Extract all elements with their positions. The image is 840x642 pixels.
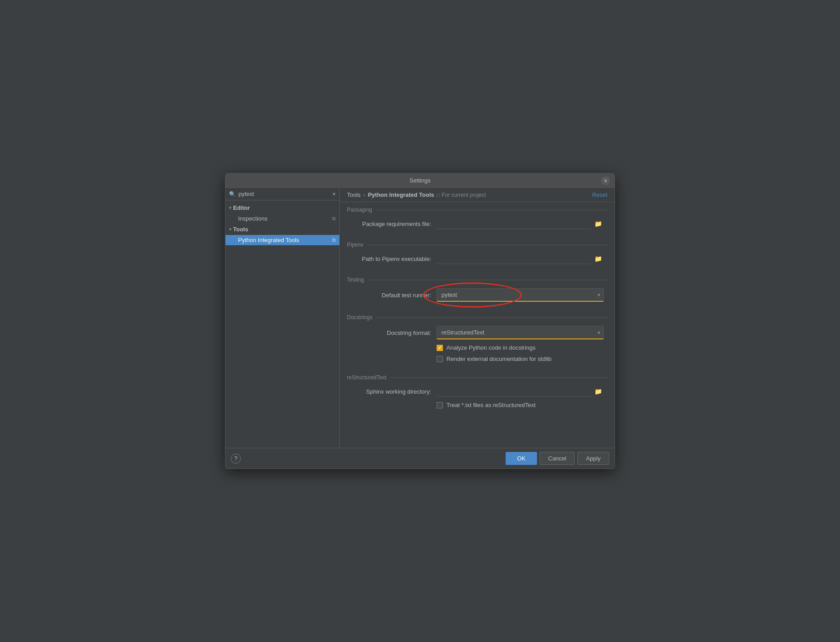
treat-txt-files-row: Treat *.txt files as reStructuredText: [347, 399, 607, 411]
cancel-button[interactable]: Cancel: [540, 452, 575, 465]
breadcrumb-root: Tools: [347, 191, 360, 198]
default-test-runner-label: Default test runner:: [351, 292, 431, 299]
search-bar: 🔍 ×: [225, 188, 339, 200]
section-docstrings-header: Docstrings: [347, 310, 607, 323]
sidebar-item-python-integrated-tools[interactable]: Python Integrated Tools ⧉: [225, 235, 339, 245]
analyze-python-code-label: Analyze Python code in docstrings: [446, 344, 536, 351]
help-button[interactable]: ?: [231, 454, 241, 464]
settings-dialog: Settings × 🔍 × ▾ Editor Inspections ⧉: [225, 173, 615, 469]
render-external-docs-row: Render external documentation for stdlib: [347, 353, 607, 364]
project-icon: □: [437, 192, 440, 198]
dialog-body: 🔍 × ▾ Editor Inspections ⧉ ▾ Tools: [225, 188, 615, 448]
default-test-runner-select[interactable]: Unittests pytest Nose Twisted Trial: [437, 288, 604, 302]
search-icon: 🔍: [229, 191, 236, 197]
sphinx-working-dir-input-container: 📁: [437, 386, 604, 397]
section-packaging-header: Packaging: [347, 202, 607, 216]
docstring-format-select[interactable]: Plain Epytext reStructuredText NumPy Goo…: [437, 326, 604, 339]
copy-icon-inspections: ⧉: [332, 216, 336, 221]
reset-button[interactable]: Reset: [592, 191, 607, 198]
pipenv-path-label: Path to Pipenv executable:: [351, 256, 431, 262]
sidebar-item-python-tools-label: Python Integrated Tools: [238, 237, 332, 243]
breadcrumb-current: Python Integrated Tools: [368, 191, 434, 198]
section-pipenv-header: Pipenv: [347, 237, 607, 251]
sphinx-folder-button[interactable]: 📁: [593, 387, 604, 396]
section-testing: Testing Default test runner: Unittests p…: [347, 272, 607, 304]
pipenv-path-input-container: 📁: [437, 253, 604, 264]
sidebar-section-tools[interactable]: ▾ Tools: [225, 224, 339, 235]
breadcrumb-separator: ›: [363, 191, 365, 198]
render-external-docs-checkbox[interactable]: [437, 356, 443, 362]
section-restructuredtext: reStructuredText Sphinx working director…: [347, 370, 607, 411]
analyze-python-code-checkbox[interactable]: [437, 345, 443, 351]
docstring-format-label: Docstring format:: [351, 330, 431, 336]
dialog-title: Settings: [410, 177, 431, 184]
apply-button[interactable]: Apply: [577, 452, 609, 465]
sidebar-item-inspections[interactable]: Inspections ⧉: [225, 213, 339, 224]
section-pipenv: Pipenv Path to Pipenv executable: 📁: [347, 237, 607, 267]
close-button[interactable]: ×: [601, 176, 610, 185]
packaging-folder-button[interactable]: 📁: [593, 219, 604, 228]
pipenv-folder-button[interactable]: 📁: [593, 254, 604, 263]
section-docstrings: Docstrings Docstring format: Plain Epyte…: [347, 310, 607, 364]
packaging-requirements-row: Package requirements file: 📁: [347, 216, 607, 232]
copy-icon-tools: ⧉: [332, 237, 336, 243]
sidebar: 🔍 × ▾ Editor Inspections ⧉ ▾ Tools: [225, 188, 340, 448]
packaging-requirements-input[interactable]: [437, 218, 591, 229]
packaging-requirements-label: Package requirements file:: [351, 221, 431, 227]
sphinx-working-dir-input[interactable]: [437, 386, 591, 397]
title-bar: Settings ×: [225, 174, 615, 188]
breadcrumb: Tools › Python Integrated Tools □ For cu…: [347, 191, 486, 198]
search-clear-button[interactable]: ×: [332, 191, 336, 197]
sidebar-section-editor[interactable]: ▾ Editor: [225, 202, 339, 213]
main-content: Tools › Python Integrated Tools □ For cu…: [340, 188, 615, 448]
pipenv-path-row: Path to Pipenv executable: 📁: [347, 251, 607, 267]
sidebar-content: ▾ Editor Inspections ⧉ ▾ Tools Python In…: [225, 200, 339, 448]
sphinx-working-dir-row: Sphinx working directory: 📁: [347, 383, 607, 399]
sidebar-section-tools-label: Tools: [233, 226, 248, 233]
pipenv-path-input[interactable]: [437, 253, 591, 264]
sidebar-section-editor-label: Editor: [233, 204, 250, 211]
sidebar-item-inspections-label: Inspections: [238, 215, 332, 222]
section-packaging: Packaging Package requirements file: 📁: [347, 202, 607, 232]
editor-chevron-icon: ▾: [229, 205, 231, 210]
docstring-format-row: Docstring format: Plain Epytext reStruct…: [347, 323, 607, 342]
settings-panel: Packaging Package requirements file: 📁 P…: [340, 202, 615, 448]
tools-chevron-icon: ▾: [229, 227, 231, 232]
bottom-buttons: OK Cancel Apply: [506, 452, 609, 465]
default-test-runner-input-container: Unittests pytest Nose Twisted Trial ▾: [437, 288, 604, 302]
bottom-bar: ? OK Cancel Apply: [225, 448, 615, 468]
treat-txt-files-checkbox[interactable]: [437, 402, 443, 408]
project-label-text: For current project: [442, 192, 486, 198]
analyze-python-code-row: Analyze Python code in docstrings: [347, 342, 607, 353]
packaging-requirements-input-container: 📁: [437, 218, 604, 229]
breadcrumb-bar: Tools › Python Integrated Tools □ For cu…: [340, 188, 615, 202]
project-label: □ For current project: [437, 192, 486, 198]
docstring-format-select-container: Plain Epytext reStructuredText NumPy Goo…: [437, 326, 604, 339]
default-test-runner-select-container: Unittests pytest Nose Twisted Trial ▾: [437, 288, 604, 302]
section-restructuredtext-header: reStructuredText: [347, 370, 607, 383]
treat-txt-files-label: Treat *.txt files as reStructuredText: [446, 402, 536, 408]
sphinx-working-dir-label: Sphinx working directory:: [351, 388, 431, 395]
default-test-runner-row: Default test runner: Unittests pytest No…: [347, 286, 607, 304]
section-testing-header: Testing: [347, 272, 607, 286]
render-external-docs-label: Render external documentation for stdlib: [446, 356, 551, 362]
docstring-format-input-container: Plain Epytext reStructuredText NumPy Goo…: [437, 326, 604, 339]
search-input[interactable]: [238, 191, 329, 197]
ok-button[interactable]: OK: [506, 452, 537, 465]
